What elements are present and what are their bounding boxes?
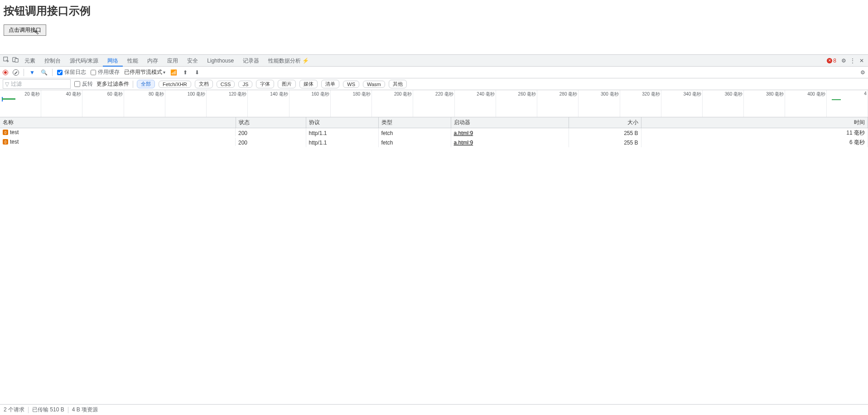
filter-toggle-icon[interactable]: ▼ [29,69,36,76]
network-filterbar: ▽ 过滤 反转 更多过滤条件 全部 Fetch/XHR 文档 CSS JS 字体… [0,78,868,90]
filter-chip-js[interactable]: JS [238,81,252,88]
export-har-icon[interactable]: ⬇ [193,69,201,76]
throttling-dropdown[interactable]: 已停用节流模式 [124,68,165,76]
cell-type: fetch [378,128,451,138]
tab-sources[interactable]: 源代码/来源 [65,55,103,67]
col-name[interactable]: 名称 [0,117,236,128]
timeline-tick: 80 毫秒 [124,90,165,117]
filter-chip-fetchxhr[interactable]: Fetch/XHR [159,81,191,88]
network-conditions-icon[interactable]: 📶 [170,69,177,76]
invert-checkbox[interactable]: 反转 [74,80,93,88]
disable-cache-checkbox[interactable]: 停用缓存 [91,68,120,76]
request-name: test [10,129,19,135]
tab-console[interactable]: 控制台 [40,55,65,67]
timeline-tick: 200 毫秒 [372,90,413,117]
cell-size: 255 B [569,138,641,147]
tab-lighthouse[interactable]: Lighthouse [203,55,238,67]
import-har-icon[interactable]: ⬆ [182,69,189,76]
network-settings-icon[interactable]: ⚙ [860,69,865,76]
filter-chip-other[interactable]: 其他 [389,80,407,88]
search-icon[interactable]: 🔍 [40,69,48,76]
initiator-link[interactable]: a.html:9 [454,130,473,136]
timeline-tick: 400 毫秒 [785,90,826,117]
timeline-tick: 180 毫秒 [331,90,372,117]
inspect-icon[interactable] [2,57,11,64]
col-type[interactable]: 类型 [378,117,451,128]
cell-time: 11 毫秒 [641,128,868,138]
more-filters-dropdown[interactable]: 更多过滤条件 [96,80,129,88]
cell-size: 255 B [569,128,641,138]
devtools-panel: 元素 控制台 源代码/来源 网络 性能 内存 应用 安全 Lighthouse … [0,54,868,415]
filter-chip-font[interactable]: 字体 [256,80,274,88]
filter-chip-ws[interactable]: WS [343,81,359,88]
device-toggle-icon[interactable] [11,57,20,64]
timeline-tick: 340 毫秒 [661,90,703,117]
col-status[interactable]: 状态 [236,117,306,128]
tab-memory[interactable]: 内存 [143,55,163,67]
filter-chip-doc[interactable]: 文档 [195,80,213,88]
record-button[interactable] [3,70,8,75]
cell-type: fetch [378,138,451,147]
page-title: 按钮调用接口示例 [4,4,864,18]
timeline-tick: 20 毫秒 [0,90,41,117]
tab-perf-insights[interactable]: 性能数据分析 ⚡ [264,55,313,67]
tab-security[interactable]: 安全 [183,55,203,67]
close-devtools-icon[interactable]: ✕ [857,58,866,64]
network-timeline[interactable]: 20 毫秒40 毫秒60 毫秒80 毫秒100 毫秒120 毫秒140 毫秒16… [0,90,868,117]
tab-performance[interactable]: 性能 [123,55,143,67]
timeline-tick: 120 毫秒 [207,90,248,117]
timeline-tick: 300 毫秒 [579,90,620,117]
cell-initiator: a.html:9 [451,128,569,138]
clear-button[interactable] [13,69,19,76]
error-badge[interactable]: ✕8 [824,58,839,64]
tab-network[interactable]: 网络 [103,55,123,67]
timeline-tick: 4 [827,90,868,117]
col-time[interactable]: 时间 [641,117,868,128]
filter-chip-css[interactable]: CSS [217,81,235,88]
timeline-tick: 360 毫秒 [703,90,744,117]
settings-gear-icon[interactable]: ⚙ [839,58,848,64]
filter-input[interactable]: ▽ 过滤 [3,79,71,89]
col-protocol[interactable]: 协议 [306,117,378,128]
funnel-icon: ▽ [5,81,9,87]
cell-initiator: a.html:9 [451,138,569,147]
filter-chip-img[interactable]: 图片 [278,80,296,88]
tab-elements[interactable]: 元素 [20,55,40,67]
cell-time: 6 毫秒 [641,138,868,147]
status-requests: 2 个请求 [4,406,24,414]
timeline-tick: 100 毫秒 [165,90,207,117]
preserve-log-checkbox[interactable]: 保留日志 [57,68,86,76]
timeline-tick: 140 毫秒 [248,90,289,117]
cell-protocol: http/1.1 [306,138,378,147]
svg-rect-2 [15,58,18,62]
filter-chip-wasm[interactable]: Wasm [363,81,385,88]
table-row[interactable]: test200http/1.1fetcha.html:9255 B6 毫秒 [0,138,868,147]
more-menu-icon[interactable]: ⋮ [848,58,857,64]
file-icon [3,139,8,145]
network-toolbar: ▼ 🔍 保留日志 停用缓存 已停用节流模式 📶 ⬆ ⬇ ⚙ [0,67,868,78]
col-size[interactable]: 大小 [569,117,641,128]
devtools-tabbar: 元素 控制台 源代码/来源 网络 性能 内存 应用 安全 Lighthouse … [0,55,868,67]
timeline-tick: 240 毫秒 [455,90,496,117]
timeline-tick: 320 毫秒 [620,90,661,117]
network-table: 名称 状态 协议 类型 启动器 大小 时间 test200http/1.1fet… [0,117,868,404]
timeline-tick: 280 毫秒 [537,90,579,117]
col-initiator[interactable]: 启动器 [451,117,569,128]
filter-chip-media[interactable]: 媒体 [299,80,318,88]
filter-chip-all[interactable]: 全部 [137,80,155,88]
call-api-button[interactable]: 点击调用接口 ⇖ [4,24,46,36]
request-name: test [10,139,19,145]
status-resources: 4 B 项资源 [72,406,98,414]
tab-application[interactable]: 应用 [163,55,183,67]
cell-protocol: http/1.1 [306,128,378,138]
filter-chip-manifest[interactable]: 清单 [321,80,339,88]
network-statusbar: 2 个请求 已传输 510 B 4 B 项资源 [0,404,868,415]
initiator-link[interactable]: a.html:9 [454,140,473,146]
timeline-tick: 60 毫秒 [82,90,124,117]
tab-recorder[interactable]: 记录器 [238,55,264,67]
cell-status: 200 [236,138,306,147]
table-row[interactable]: test200http/1.1fetcha.html:9255 B11 毫秒 [0,128,868,138]
timeline-tick: 40 毫秒 [41,90,82,117]
page-content: 按钮调用接口示例 点击调用接口 ⇖ [0,0,868,39]
timeline-tick: 220 毫秒 [413,90,454,117]
